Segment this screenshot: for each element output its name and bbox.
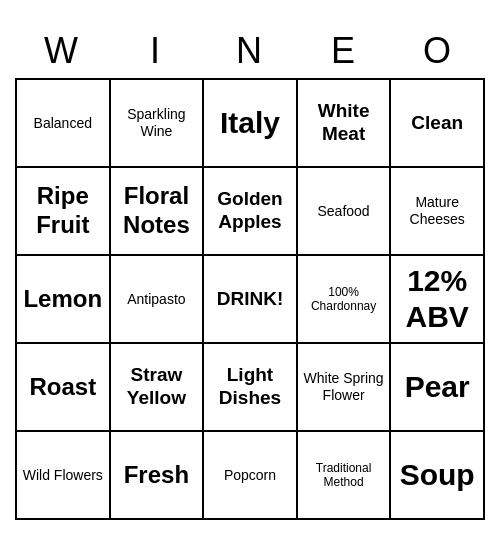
cell-text: Balanced xyxy=(34,115,92,132)
bingo-cell: White Spring Flower xyxy=(298,344,392,432)
cell-text: Popcorn xyxy=(224,467,276,484)
bingo-cell: White Meat xyxy=(298,80,392,168)
bingo-cell: Sparkling Wine xyxy=(111,80,205,168)
bingo-cell: 100% Chardonnay xyxy=(298,256,392,344)
cell-text: 100% Chardonnay xyxy=(302,285,386,314)
bingo-cell: Ripe Fruit xyxy=(17,168,111,256)
cell-text: Fresh xyxy=(124,461,189,490)
bingo-cell: Pear xyxy=(391,344,485,432)
bingo-cell: Clean xyxy=(391,80,485,168)
cell-text: Mature Cheeses xyxy=(395,194,479,228)
cell-text: Seafood xyxy=(318,203,370,220)
header-letter: O xyxy=(391,24,485,78)
cell-text: DRINK! xyxy=(217,288,284,311)
cell-text: Clean xyxy=(411,112,463,135)
bingo-grid: BalancedSparkling WineItalyWhite MeatCle… xyxy=(15,78,485,520)
bingo-cell: Italy xyxy=(204,80,298,168)
bingo-cell: DRINK! xyxy=(204,256,298,344)
bingo-cell: Balanced xyxy=(17,80,111,168)
bingo-cell: Straw Yellow xyxy=(111,344,205,432)
bingo-cell: Popcorn xyxy=(204,432,298,520)
bingo-cell: Antipasto xyxy=(111,256,205,344)
bingo-card: WINEO BalancedSparkling WineItalyWhite M… xyxy=(15,24,485,520)
bingo-cell: Floral Notes xyxy=(111,168,205,256)
cell-text: Sparkling Wine xyxy=(115,106,199,140)
cell-text: Soup xyxy=(400,457,475,493)
bingo-cell: Light Dishes xyxy=(204,344,298,432)
bingo-cell: Wild Flowers xyxy=(17,432,111,520)
bingo-cell: Mature Cheeses xyxy=(391,168,485,256)
cell-text: Traditional Method xyxy=(302,461,386,490)
cell-text: Ripe Fruit xyxy=(21,182,105,240)
cell-text: Golden Apples xyxy=(208,188,292,234)
cell-text: Floral Notes xyxy=(115,182,199,240)
cell-text: Roast xyxy=(29,373,96,402)
cell-text: White Meat xyxy=(302,100,386,146)
cell-text: 12% ABV xyxy=(395,263,479,335)
bingo-cell: Traditional Method xyxy=(298,432,392,520)
header-letter: N xyxy=(203,24,297,78)
bingo-cell: Fresh xyxy=(111,432,205,520)
cell-text: Light Dishes xyxy=(208,364,292,410)
cell-text: Italy xyxy=(220,105,280,141)
cell-text: Lemon xyxy=(23,285,102,314)
bingo-header: WINEO xyxy=(15,24,485,78)
bingo-cell: Seafood xyxy=(298,168,392,256)
header-letter: W xyxy=(15,24,109,78)
bingo-cell: Lemon xyxy=(17,256,111,344)
bingo-cell: Soup xyxy=(391,432,485,520)
header-letter: E xyxy=(297,24,391,78)
cell-text: White Spring Flower xyxy=(302,370,386,404)
header-letter: I xyxy=(109,24,203,78)
bingo-cell: Golden Apples xyxy=(204,168,298,256)
cell-text: Pear xyxy=(405,369,470,405)
cell-text: Antipasto xyxy=(127,291,185,308)
cell-text: Straw Yellow xyxy=(115,364,199,410)
bingo-cell: Roast xyxy=(17,344,111,432)
cell-text: Wild Flowers xyxy=(23,467,103,484)
bingo-cell: 12% ABV xyxy=(391,256,485,344)
